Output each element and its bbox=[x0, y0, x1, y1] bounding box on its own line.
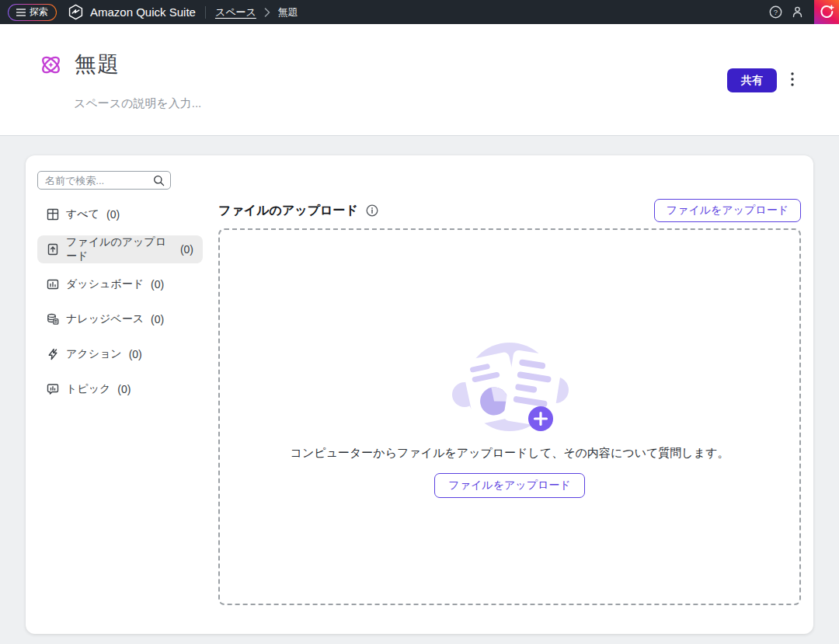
grid-icon bbox=[47, 208, 59, 221]
space-icon bbox=[39, 53, 63, 77]
panel-title: ファイルのアップロード bbox=[218, 203, 358, 219]
sidebar-item-label: アクション bbox=[66, 347, 122, 361]
upload-file-button-top[interactable]: ファイルをアップロード bbox=[654, 199, 801, 222]
quick-suite-logo-icon bbox=[68, 4, 84, 20]
content-area: すべて (0) ファイルのアップロード (0) bbox=[0, 136, 839, 644]
sidebar-search[interactable] bbox=[37, 171, 171, 190]
sidebar-item-topics[interactable]: トピック (0) bbox=[37, 375, 203, 403]
upload-file-button-dropzone[interactable]: ファイルをアップロード bbox=[434, 473, 584, 498]
dropzone-message: コンピューターからファイルをアップロードして、その内容について質問します。 bbox=[291, 446, 729, 461]
svg-text:?: ? bbox=[773, 8, 777, 16]
sidebar-item-label: ファイルのアップロード bbox=[66, 235, 173, 263]
sidebar-item-all[interactable]: すべて (0) bbox=[37, 200, 203, 228]
assets-sidebar: すべて (0) ファイルのアップロード (0) bbox=[37, 171, 203, 618]
sidebar-item-count: (0) bbox=[106, 208, 120, 221]
file-dropzone[interactable]: コンピューターからファイルをアップロードして、その内容について質問します。 ファ… bbox=[218, 228, 801, 605]
sidebar-item-file-uploads[interactable]: ファイルのアップロード (0) bbox=[37, 235, 203, 263]
sidebar-item-label: ナレッジベース bbox=[66, 312, 144, 326]
dashboard-icon bbox=[47, 278, 59, 291]
search-input[interactable] bbox=[45, 175, 153, 186]
space-assets-card: すべて (0) ファイルのアップロード (0) bbox=[26, 155, 813, 634]
sidebar-item-dashboards[interactable]: ダッシュボード (0) bbox=[37, 270, 203, 298]
kebab-menu-icon bbox=[791, 72, 794, 86]
sidebar-item-label: トピック bbox=[66, 382, 110, 396]
help-icon: ? bbox=[769, 5, 782, 19]
space-title-row: 無題 bbox=[39, 50, 839, 79]
share-button[interactable]: 共有 bbox=[727, 68, 777, 92]
info-icon bbox=[366, 204, 378, 217]
topbar-divider bbox=[205, 6, 206, 19]
space-description-input[interactable]: スペースの説明を入力... bbox=[74, 96, 839, 111]
brand[interactable]: Amazon Quick Suite bbox=[68, 4, 196, 20]
quick-chat-icon bbox=[820, 5, 834, 19]
header-actions: 共有 bbox=[727, 68, 797, 92]
quick-chat-button[interactable] bbox=[814, 0, 839, 24]
more-actions-button[interactable] bbox=[788, 71, 797, 90]
panel-header: ファイルのアップロード ファイルをアップロード bbox=[218, 200, 801, 221]
user-button[interactable] bbox=[786, 2, 808, 23]
help-button[interactable]: ? bbox=[764, 2, 786, 23]
breadcrumb-current: 無題 bbox=[278, 5, 298, 19]
info-button[interactable] bbox=[366, 204, 378, 217]
sidebar-item-count: (0) bbox=[151, 278, 164, 291]
sidebar-item-count: (0) bbox=[117, 383, 131, 395]
topbar: 探索 Amazon Quick Suite スペース 無題 ? bbox=[0, 0, 839, 24]
sidebar-item-count: (0) bbox=[129, 348, 142, 360]
documents-upload-illustration bbox=[451, 336, 569, 438]
asset-type-nav: すべて (0) ファイルのアップロード (0) bbox=[37, 200, 203, 403]
brand-name: Amazon Quick Suite bbox=[90, 5, 196, 19]
sidebar-item-knowledge-bases[interactable]: ナレッジベース (0) bbox=[37, 305, 203, 333]
file-uploads-panel: ファイルのアップロード ファイルをアップロード bbox=[218, 171, 801, 618]
file-upload-icon bbox=[47, 243, 59, 256]
breadcrumb-space-link[interactable]: スペース bbox=[215, 5, 256, 19]
sidebar-item-count: (0) bbox=[180, 243, 193, 256]
explore-label: 探索 bbox=[30, 5, 48, 19]
topics-icon bbox=[47, 383, 59, 395]
sidebar-item-count: (0) bbox=[151, 313, 164, 325]
sidebar-item-label: すべて bbox=[66, 207, 99, 221]
knowledge-base-icon bbox=[47, 313, 59, 325]
actions-icon bbox=[47, 348, 59, 360]
page-title: 無題 bbox=[75, 50, 120, 79]
sidebar-item-actions[interactable]: アクション (0) bbox=[37, 340, 203, 368]
user-icon bbox=[791, 5, 804, 19]
menu-icon bbox=[16, 9, 26, 16]
chevron-right-icon bbox=[264, 8, 270, 17]
space-header: 無題 スペースの説明を入力... 共有 bbox=[0, 24, 839, 136]
explore-button[interactable]: 探索 bbox=[8, 4, 57, 21]
sidebar-item-label: ダッシュボード bbox=[66, 277, 144, 291]
search-icon bbox=[153, 175, 165, 186]
